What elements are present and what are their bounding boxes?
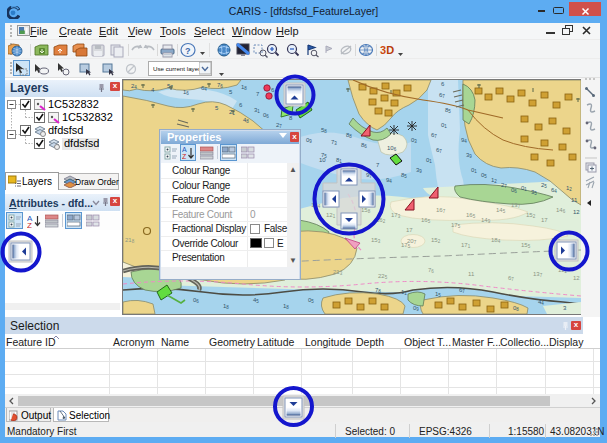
svg-text:09: 09 bbox=[413, 305, 419, 312]
svg-text:25: 25 bbox=[541, 182, 547, 189]
svg-text:A: A bbox=[182, 146, 187, 153]
svg-text:06: 06 bbox=[193, 297, 199, 304]
svg-text:7: 7 bbox=[256, 91, 260, 97]
svg-text:44: 44 bbox=[538, 299, 544, 306]
svg-text:6: 6 bbox=[239, 102, 243, 108]
svg-text:97: 97 bbox=[366, 172, 372, 179]
svg-text:5: 5 bbox=[215, 105, 219, 111]
svg-text:3D: 3D bbox=[380, 44, 394, 56]
svg-text:167: 167 bbox=[436, 207, 446, 214]
svg-text:12: 12 bbox=[573, 209, 580, 215]
svg-text:09: 09 bbox=[306, 137, 312, 144]
svg-text:165: 165 bbox=[421, 217, 431, 224]
svg-text:21: 21 bbox=[229, 109, 235, 116]
svg-text:18: 18 bbox=[283, 303, 289, 310]
svg-text:57: 57 bbox=[167, 83, 173, 90]
svg-text:64: 64 bbox=[551, 187, 557, 194]
svg-text:81: 81 bbox=[336, 157, 342, 164]
svg-text:05: 05 bbox=[481, 172, 487, 179]
svg-text:173: 173 bbox=[391, 212, 401, 219]
svg-text:35: 35 bbox=[531, 189, 537, 196]
svg-text:152: 152 bbox=[431, 237, 441, 244]
svg-text:146: 146 bbox=[556, 207, 566, 214]
svg-text:152: 152 bbox=[526, 212, 536, 219]
svg-text:165: 165 bbox=[466, 212, 476, 219]
svg-text:01: 01 bbox=[441, 122, 447, 129]
svg-text:48: 48 bbox=[243, 117, 249, 124]
svg-text:218: 218 bbox=[125, 237, 135, 244]
svg-text:85: 85 bbox=[351, 167, 357, 174]
svg-text:8: 8 bbox=[289, 115, 293, 121]
svg-text:111: 111 bbox=[558, 267, 567, 274]
svg-text:175: 175 bbox=[451, 222, 461, 229]
svg-text:7: 7 bbox=[376, 162, 380, 168]
svg-text:4: 4 bbox=[151, 87, 155, 93]
svg-text:85: 85 bbox=[445, 107, 451, 114]
svg-text:27: 27 bbox=[501, 182, 507, 189]
svg-text:12: 12 bbox=[573, 275, 580, 281]
svg-text:12: 12 bbox=[491, 177, 497, 184]
svg-text:05: 05 bbox=[308, 297, 314, 304]
svg-text:16: 16 bbox=[183, 89, 189, 96]
svg-text:01: 01 bbox=[426, 157, 432, 164]
svg-text:67: 67 bbox=[436, 147, 442, 154]
svg-text:11: 11 bbox=[571, 197, 578, 203]
svg-text:225: 225 bbox=[378, 273, 388, 280]
svg-text:5: 5 bbox=[229, 89, 233, 95]
svg-text:85: 85 bbox=[401, 172, 407, 179]
svg-text:18: 18 bbox=[223, 303, 229, 310]
svg-text:dfdsfsd: dfdsfsd bbox=[64, 137, 99, 149]
svg-text:dfdsfsd: dfdsfsd bbox=[48, 124, 83, 136]
svg-text:01: 01 bbox=[471, 167, 477, 174]
svg-text:106: 106 bbox=[387, 145, 397, 152]
svg-text:73: 73 bbox=[331, 139, 337, 146]
svg-text:182: 182 bbox=[551, 237, 561, 244]
svg-text:Z: Z bbox=[182, 153, 187, 160]
svg-text:137: 137 bbox=[533, 271, 543, 278]
svg-text:17: 17 bbox=[406, 227, 413, 233]
svg-text:171: 171 bbox=[461, 242, 471, 249]
svg-text:76: 76 bbox=[217, 82, 223, 89]
svg-text:15: 15 bbox=[435, 291, 441, 298]
svg-text:08: 08 bbox=[513, 305, 519, 312]
svg-text:Z: Z bbox=[27, 221, 32, 228]
svg-text:153: 153 bbox=[371, 237, 381, 244]
svg-text:01: 01 bbox=[521, 185, 527, 192]
svg-text:?: ? bbox=[185, 46, 191, 56]
svg-text:164: 164 bbox=[341, 222, 351, 229]
svg-text:67: 67 bbox=[459, 287, 465, 294]
svg-text:137: 137 bbox=[511, 202, 521, 209]
svg-text:78: 78 bbox=[375, 287, 381, 294]
svg-text:27: 27 bbox=[276, 122, 282, 129]
svg-text:67: 67 bbox=[439, 92, 445, 99]
svg-text:64: 64 bbox=[201, 85, 207, 92]
svg-text:03: 03 bbox=[411, 137, 417, 144]
svg-text:10: 10 bbox=[319, 157, 326, 163]
svg-text:1C532832: 1C532832 bbox=[62, 111, 113, 123]
svg-text:06: 06 bbox=[511, 187, 517, 194]
svg-text:104: 104 bbox=[311, 202, 321, 209]
svg-text:86: 86 bbox=[361, 142, 367, 149]
svg-text:67: 67 bbox=[508, 275, 514, 282]
svg-text:67: 67 bbox=[431, 132, 437, 139]
svg-text:213: 213 bbox=[333, 269, 343, 276]
svg-text:12: 12 bbox=[566, 185, 572, 192]
svg-text:94: 94 bbox=[461, 137, 467, 144]
svg-text:11: 11 bbox=[401, 289, 407, 296]
svg-text:94: 94 bbox=[386, 177, 392, 184]
svg-text:11: 11 bbox=[468, 271, 475, 277]
svg-text:6: 6 bbox=[441, 81, 445, 87]
svg-text:1C532832: 1C532832 bbox=[48, 98, 99, 110]
svg-text:58: 58 bbox=[321, 127, 327, 134]
svg-text:17: 17 bbox=[541, 217, 548, 223]
svg-text:145: 145 bbox=[496, 207, 506, 214]
svg-text:184: 184 bbox=[491, 237, 501, 244]
svg-text:88: 88 bbox=[346, 132, 352, 139]
svg-text:45: 45 bbox=[253, 297, 259, 304]
svg-text:121: 121 bbox=[326, 212, 336, 219]
svg-text:155: 155 bbox=[521, 242, 531, 249]
svg-text:18: 18 bbox=[241, 84, 247, 91]
svg-text:06: 06 bbox=[263, 112, 269, 119]
svg-text:6: 6 bbox=[271, 87, 275, 93]
svg-text:3: 3 bbox=[563, 305, 567, 311]
